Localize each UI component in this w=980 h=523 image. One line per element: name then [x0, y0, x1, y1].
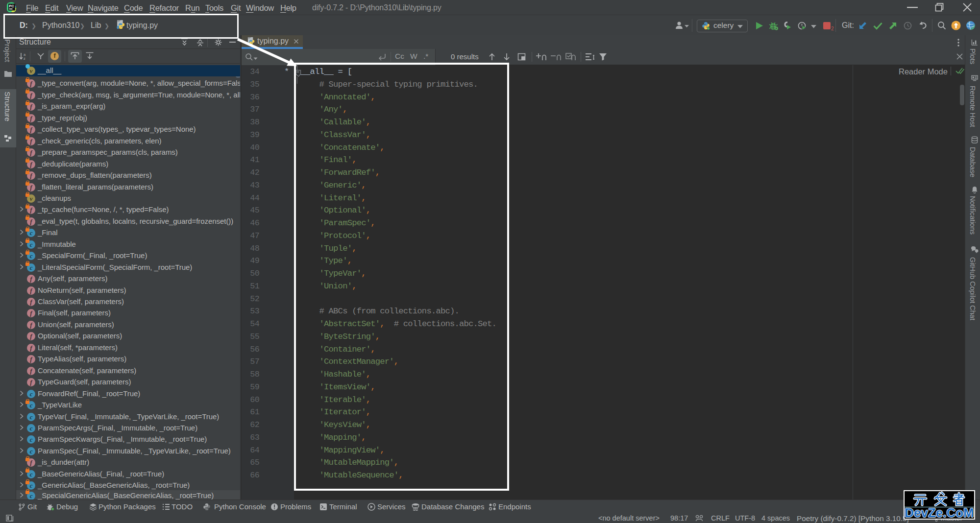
svg-text:PC: PC	[9, 4, 14, 8]
svg-text:z: z	[24, 56, 25, 61]
